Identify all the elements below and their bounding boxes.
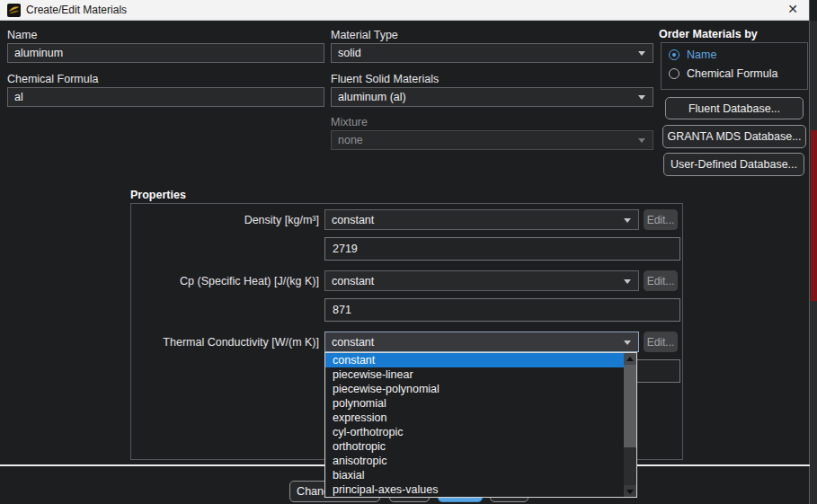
chevron-down-icon bbox=[638, 95, 645, 100]
radio-chemical-formula-label: Chemical Formula bbox=[687, 67, 777, 80]
density-method-value: constant bbox=[332, 214, 374, 226]
chevron-down-icon bbox=[624, 340, 631, 345]
thermal-conductivity-method-select[interactable]: constant bbox=[324, 332, 639, 352]
material-type-select[interactable]: solid bbox=[331, 43, 653, 63]
fluent-solid-materials-value: aluminum (al) bbox=[338, 91, 406, 103]
dropdown-option[interactable]: expression bbox=[325, 411, 624, 425]
thermal-conductivity-edit-button[interactable]: Edit... bbox=[644, 332, 678, 352]
chevron-down-icon bbox=[624, 218, 631, 223]
cp-method-select[interactable]: constant bbox=[324, 270, 639, 291]
dropdown-option[interactable]: cyl-orthotropic bbox=[325, 425, 624, 439]
granta-mds-database-button[interactable]: GRANTA MDS Database... bbox=[662, 125, 806, 148]
chemical-formula-input[interactable]: al bbox=[7, 87, 324, 107]
radio-name-label: Name bbox=[687, 49, 716, 61]
dropdown-option[interactable]: anisotropic bbox=[325, 454, 624, 468]
cp-value-input[interactable]: 871 bbox=[324, 298, 680, 322]
create-edit-materials-dialog: Create/Edit Materials ✕ Name Material Ty… bbox=[0, 0, 810, 504]
density-value-input[interactable]: 2719 bbox=[324, 237, 680, 261]
density-edit-button[interactable]: Edit... bbox=[644, 209, 678, 230]
dropdown-option[interactable]: constant bbox=[325, 353, 624, 367]
fluent-solid-materials-label: Fluent Solid Materials bbox=[331, 73, 439, 85]
chevron-down-icon bbox=[624, 279, 631, 284]
scroll-up-icon[interactable] bbox=[624, 353, 636, 365]
fluent-solid-materials-select[interactable]: aluminum (al) bbox=[331, 87, 653, 107]
radio-selected-icon bbox=[669, 49, 679, 60]
window-title: Create/Edit Materials bbox=[26, 4, 127, 16]
scroll-down-icon[interactable] bbox=[624, 485, 636, 497]
mixture-label: Mixture bbox=[331, 116, 368, 128]
order-materials-by-label: Order Materials by bbox=[659, 28, 758, 40]
scrollbar-thumb[interactable] bbox=[624, 365, 636, 447]
radio-unselected-icon bbox=[669, 68, 679, 79]
density-label: Density [kg/m³] bbox=[135, 214, 319, 226]
mixture-select: none bbox=[331, 130, 653, 150]
mixture-value: none bbox=[338, 134, 363, 146]
dropdown-option[interactable]: principal-axes-values bbox=[325, 482, 624, 497]
chevron-down-icon bbox=[638, 51, 645, 56]
properties-title: Properties bbox=[130, 189, 186, 201]
close-icon[interactable]: ✕ bbox=[787, 2, 798, 16]
material-type-value: solid bbox=[338, 47, 361, 59]
name-label: Name bbox=[7, 29, 37, 41]
cp-label: Cp (Specific Heat) [J/(kg K)] bbox=[135, 275, 319, 287]
thermal-conductivity-method-value: constant bbox=[332, 336, 374, 349]
dropdown-option[interactable]: orthotropic bbox=[325, 439, 624, 454]
dropdown-option[interactable]: piecewise-polynomial bbox=[325, 382, 624, 396]
radio-order-by-name[interactable]: Name bbox=[669, 49, 716, 61]
radio-order-by-chemical-formula[interactable]: Chemical Formula bbox=[669, 67, 777, 80]
dropdown-option[interactable]: piecewise-linear bbox=[325, 367, 624, 382]
screen: Create/Edit Materials ✕ Name Material Ty… bbox=[0, 0, 817, 504]
background-app-strip bbox=[810, 21, 817, 504]
chevron-down-icon bbox=[638, 138, 645, 143]
density-method-select[interactable]: constant bbox=[324, 209, 639, 230]
background-red-strip bbox=[811, 130, 817, 301]
cp-edit-button[interactable]: Edit... bbox=[644, 270, 678, 291]
user-defined-database-button[interactable]: User-Defined Database... bbox=[663, 153, 804, 176]
thermal-conductivity-dropdown-list: constant piecewise-linear piecewise-poly… bbox=[324, 352, 637, 498]
dropdown-option[interactable]: polynomial bbox=[325, 396, 624, 411]
chemical-formula-label: Chemical Formula bbox=[7, 73, 98, 85]
material-type-label: Material Type bbox=[331, 29, 398, 41]
dropdown-scrollbar[interactable] bbox=[624, 353, 636, 497]
thermal-conductivity-label: Thermal Conductivity [W/(m K)] bbox=[135, 336, 319, 349]
name-input[interactable]: aluminum bbox=[7, 43, 324, 63]
fluent-database-button[interactable]: Fluent Database... bbox=[665, 97, 804, 119]
dropdown-option[interactable]: biaxial bbox=[325, 468, 624, 482]
cp-method-value: constant bbox=[332, 275, 374, 287]
fluent-app-icon bbox=[7, 4, 21, 17]
titlebar: Create/Edit Materials ✕ bbox=[0, 0, 809, 21]
